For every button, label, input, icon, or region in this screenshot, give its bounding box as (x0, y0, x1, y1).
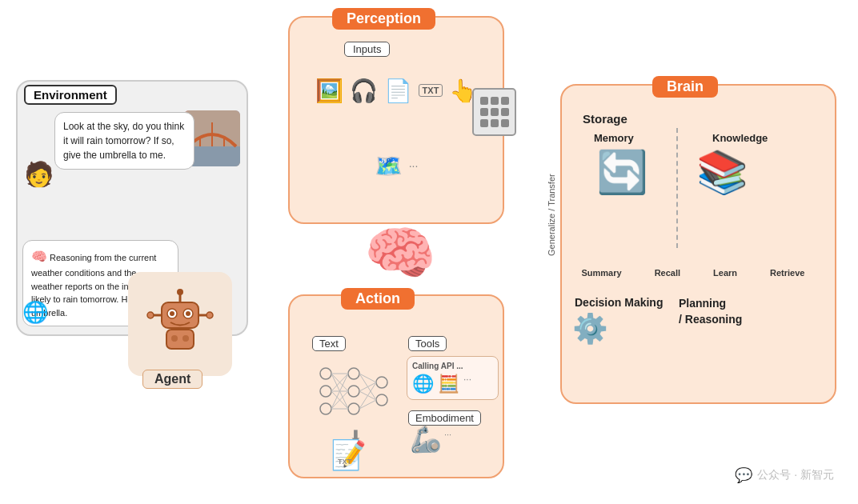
svg-point-27 (206, 312, 213, 318)
memory-icon: 🔄 (596, 148, 648, 197)
dots-icon: ··· (409, 159, 419, 172)
encoder-block (472, 88, 516, 136)
perception-label: Perception (332, 8, 435, 30)
action-tools-label: Tools (408, 336, 447, 351)
memory-label: Memory (594, 132, 634, 144)
action-text-label: Text (312, 336, 346, 351)
txt-document-icon: 📝 (331, 438, 367, 472)
agent-box (128, 272, 232, 376)
knowledge-label: Knowledge (712, 132, 768, 144)
inputs-area: 🖼️ 🎧 📄 TXT 👆 🗺️ ··· (304, 56, 488, 200)
inputs-label: Inputs (344, 42, 390, 57)
action-label: Action (341, 288, 415, 310)
brain-icon: 🧠 (364, 224, 436, 282)
calc-tool-icon: 🧮 (438, 374, 459, 394)
svg-point-22 (170, 311, 174, 316)
svg-rect-28 (166, 330, 194, 349)
neural-network (314, 358, 394, 429)
image-icon: 🖼️ (315, 78, 343, 104)
globe-icon: 🌐 (22, 300, 48, 325)
retrieve-label: Retrieve (770, 268, 804, 278)
recall-label: Recall (655, 268, 680, 278)
generalize-label: Generalize / Transfer (547, 160, 556, 256)
learn-label: Learn (713, 268, 737, 278)
svg-point-25 (147, 312, 154, 318)
brain-sub-row: Summary Recall Learn Retrieve (565, 268, 821, 278)
environment-label: Environment (24, 85, 117, 105)
svg-point-35 (348, 386, 359, 397)
storage-label: Storage (583, 112, 627, 126)
brain-divider (676, 128, 678, 248)
tools-box: Calling API ... 🌐 🧮 ··· (407, 356, 499, 400)
svg-point-23 (186, 311, 190, 316)
tools-dots: ··· (463, 374, 471, 394)
wechat-icon: 💬 (735, 466, 752, 484)
svg-point-37 (376, 377, 387, 388)
doc-icon: 📄 (384, 78, 412, 104)
main-container: Environment 🧑 Look at the sky, do you th… (0, 0, 858, 504)
calling-api-label: Calling API ... (412, 362, 493, 370)
planning-label: Planning/ Reasoning (679, 296, 742, 327)
user-speech-bubble: Look at the sky, do you think it will ra… (54, 112, 194, 170)
user-speech-text: Look at the sky, do you think it will ra… (63, 121, 184, 161)
svg-point-36 (348, 403, 359, 414)
embodiment-dots: ··· (444, 430, 451, 439)
svg-point-34 (348, 368, 359, 379)
svg-point-32 (320, 386, 331, 397)
knowledge-icon: 📚 (696, 148, 748, 197)
agent-label-text: Agent (142, 370, 202, 389)
brain-label: Brain (652, 76, 718, 98)
txt-badge: TXT (419, 84, 443, 97)
robot-arm-icon: 🦾 (410, 424, 442, 454)
watermark: 💬 公众号 · 新智元 (735, 466, 834, 484)
globe-tool-icon: 🌐 (412, 374, 434, 394)
audio-icon: 🎧 (350, 78, 378, 104)
svg-point-38 (376, 394, 387, 406)
tools-icons: 🌐 🧮 ··· (412, 374, 493, 394)
circuit-icon: ⚙️ (572, 312, 608, 346)
txt-label-small: TXT (338, 458, 351, 466)
svg-point-18 (177, 289, 183, 295)
watermark-text: 公众号 · 新智元 (757, 468, 834, 482)
svg-point-30 (182, 335, 189, 342)
svg-point-29 (171, 335, 178, 342)
map-icon: 🗺️ (375, 153, 403, 179)
decision-label: Decision Making (575, 296, 663, 309)
svg-point-31 (320, 368, 331, 379)
summary-label: Summary (582, 268, 622, 278)
person-icon: 🧑 (24, 160, 54, 188)
svg-point-33 (320, 403, 331, 414)
